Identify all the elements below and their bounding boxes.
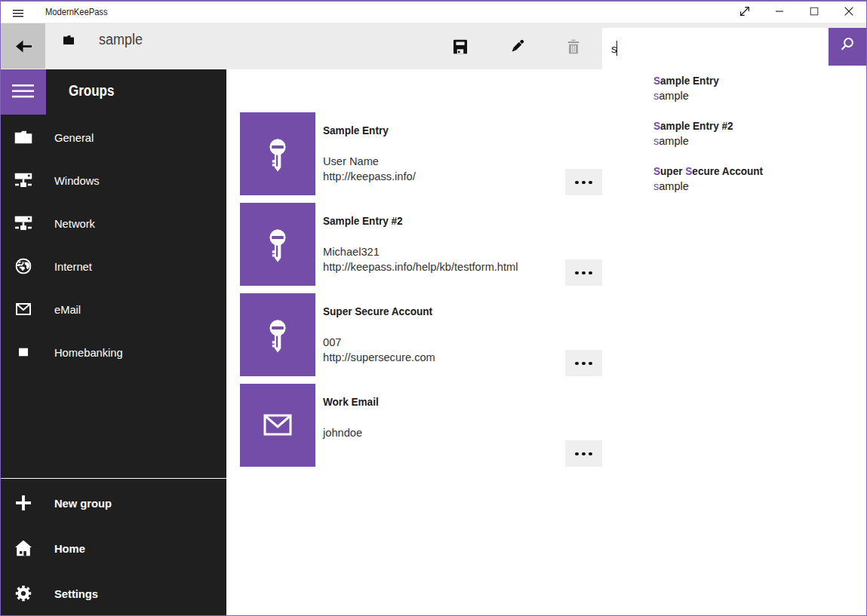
network-drive-icon	[14, 213, 33, 233]
search-suggestions: Sample Entry sample Sample Entry #2 samp…	[602, 66, 866, 194]
suggestion-title: Super Secure Account	[653, 164, 763, 179]
entry-url: http://keepass.info/	[323, 169, 416, 184]
sidebar-item-network[interactable]: Network	[0, 201, 226, 244]
entry-details: johndoe	[323, 425, 362, 440]
search-icon	[841, 38, 854, 51]
delete-icon	[568, 40, 580, 54]
close-icon	[844, 7, 853, 16]
edit-icon	[510, 40, 524, 54]
sidebar-separator	[0, 478, 226, 479]
entry-tile	[240, 384, 315, 467]
edit-button[interactable]	[499, 29, 535, 65]
save-icon	[453, 40, 467, 54]
suggestion-item[interactable]: Super Secure Account sample	[602, 156, 866, 201]
pane-toggle-button[interactable]	[0, 69, 46, 115]
sidebar-item-label: Windows	[54, 173, 100, 186]
email-icon	[240, 384, 315, 467]
entry-details: Michael321 http://keepass.info/help/kb/t…	[323, 244, 518, 274]
new-group-label: New group	[54, 497, 112, 510]
entry-username: User Name	[323, 154, 416, 169]
entry-row[interactable]: Sample Entry #2 Michael321 http://keepas…	[227, 203, 867, 293]
entry-url: http://supersecure.com	[323, 350, 435, 365]
key-icon	[240, 203, 315, 286]
entry-username: Michael321	[323, 244, 518, 259]
suggestion-title: Sample Entry #2	[653, 118, 733, 133]
sidebar-item-email[interactable]: eMail	[0, 287, 226, 330]
delete-button[interactable]	[555, 29, 592, 65]
suggestion-item[interactable]: Sample Entry #2 sample	[602, 111, 866, 156]
home-button[interactable]: Home	[0, 526, 226, 571]
more-button[interactable]	[565, 169, 602, 195]
gear-icon	[14, 584, 33, 603]
key-icon	[240, 293, 315, 376]
entry-title: Work Email	[323, 394, 379, 409]
plus-icon	[14, 493, 33, 513]
minimize-button[interactable]	[762, 1, 797, 22]
settings-button[interactable]: Settings	[0, 571, 226, 616]
title-bar: ModernKeePass	[0, 0, 867, 23]
square-icon	[14, 342, 33, 362]
new-group-button[interactable]: New group	[0, 480, 226, 526]
back-button[interactable]	[0, 23, 45, 69]
home-label: Home	[54, 542, 85, 555]
more-button[interactable]	[565, 350, 602, 376]
settings-label: Settings	[54, 587, 98, 600]
entry-title: Sample Entry #2	[323, 213, 403, 228]
envelope-icon	[14, 299, 33, 319]
more-button[interactable]	[565, 440, 602, 467]
search-button[interactable]	[829, 28, 866, 66]
entry-username: 007	[323, 335, 435, 350]
home-icon	[14, 538, 33, 558]
entry-tile	[240, 293, 315, 376]
close-button[interactable]	[832, 1, 866, 22]
sidebar-item-label: General	[54, 130, 94, 143]
entry-tile	[240, 112, 315, 195]
entry-details: User Name http://keepass.info/	[323, 154, 416, 184]
entry-username: johndoe	[323, 425, 362, 440]
text-caret	[616, 41, 618, 56]
network-drive-icon	[14, 170, 33, 190]
maximize-icon	[810, 8, 819, 16]
entry-row[interactable]: Super Secure Account 007 http://supersec…	[227, 293, 867, 384]
sidebar-item-label: Internet	[54, 259, 92, 272]
suggestion-subtitle: sample	[653, 133, 689, 149]
fullscreen-icon	[740, 7, 750, 17]
search-box[interactable]: s	[602, 28, 829, 66]
suggestion-title: Sample Entry	[653, 73, 719, 88]
suggestion-subtitle: sample	[653, 179, 689, 194]
sidebar-item-label: eMail	[54, 302, 81, 315]
sidebar-item-label: Network	[54, 216, 95, 229]
entry-url: http://keepass.info/help/kb/testform.htm…	[323, 259, 518, 274]
entry-title: Sample Entry	[323, 123, 389, 138]
minimize-icon	[776, 8, 784, 16]
more-button[interactable]	[565, 259, 602, 286]
window-title: ModernKeePass	[45, 0, 108, 23]
maximize-button[interactable]	[797, 1, 832, 22]
folder-icon	[14, 127, 33, 147]
app-window: ModernKeePass	[0, 0, 867, 616]
sidebar-item-general[interactable]: General	[0, 115, 226, 158]
entry-row[interactable]: Work Email johndoe	[227, 384, 867, 474]
fullscreen-button[interactable]	[727, 1, 762, 22]
database-title: sample	[99, 31, 143, 48]
sidebar-item-windows[interactable]: Windows	[0, 158, 226, 201]
save-button[interactable]	[442, 29, 478, 65]
suggestion-subtitle: sample	[653, 88, 689, 103]
suggestion-item[interactable]: Sample Entry sample	[602, 66, 866, 111]
menu-icon[interactable]	[13, 8, 23, 16]
entry-title: Super Secure Account	[323, 304, 432, 319]
groups-heading: Groups	[69, 82, 114, 100]
sidebar-item-label: Homebanking	[54, 345, 123, 358]
pane-hamburger-icon	[12, 84, 34, 99]
globe-icon	[14, 256, 33, 276]
key-icon	[240, 112, 315, 195]
entry-tile	[240, 203, 315, 286]
entry-details: 007 http://supersecure.com	[323, 335, 435, 365]
back-arrow-icon	[16, 40, 32, 53]
sidebar-item-internet[interactable]: Internet	[0, 244, 226, 287]
database-icon	[63, 34, 74, 48]
sidebar-item-homebanking[interactable]: Homebanking	[0, 330, 226, 373]
